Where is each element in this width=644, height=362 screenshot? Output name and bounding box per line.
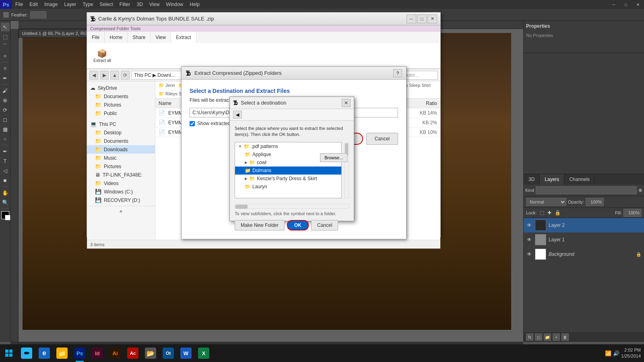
nav-thispc[interactable]: 💻 This PC — [87, 120, 155, 128]
menu-3d[interactable]: 3D — [133, 0, 146, 9]
taskbar-pen[interactable]: ✏ — [18, 344, 35, 362]
tree-kenzie[interactable]: ▶ 📁 Kenzie's Party Dress & Skirt — [235, 175, 341, 183]
taskbar-id[interactable]: Id — [89, 344, 106, 362]
ribbon-tab-home[interactable]: Home — [105, 32, 128, 43]
options-feather-input[interactable] — [30, 11, 46, 19]
layer-1-visibility[interactable]: 👁 — [526, 237, 533, 243]
menu-layer[interactable]: Layer — [61, 0, 79, 9]
layer-filter-icon[interactable]: ⊕ — [638, 187, 642, 193]
nav-docs2[interactable]: 📁 Documents — [87, 137, 155, 145]
tool-zoom[interactable]: 🔍 — [1, 198, 10, 207]
layer-search-input[interactable] — [536, 186, 637, 194]
menu-image[interactable]: Image — [41, 0, 61, 9]
show-extracted-checkbox[interactable] — [190, 121, 195, 126]
h-scrollbar-thumb[interactable] — [235, 205, 248, 209]
tool-brush[interactable]: 🖌 — [1, 86, 10, 95]
dest-back-btn[interactable]: ◀ — [233, 111, 242, 119]
tool-eraser[interactable]: ◻ — [1, 115, 10, 124]
extract-cancel-btn[interactable]: Cancel — [366, 133, 398, 145]
tool-marquee[interactable]: ⬚ — [1, 32, 10, 41]
ribbon-tab-view[interactable]: View — [151, 32, 171, 43]
nav-tp-link[interactable]: 🖥 TP-LINK_FA348E: — [87, 171, 155, 179]
new-group-btn[interactable]: 📁 — [544, 333, 551, 341]
taskbar-excel[interactable]: X — [195, 344, 213, 362]
tool-move[interactable]: ↖ — [1, 23, 10, 31]
nav-recov[interactable]: 💾 RECOVERY (D:) — [87, 196, 155, 204]
nav-skydrive[interactable]: ☁ SkyDrive — [87, 84, 155, 92]
bg-visibility[interactable]: 👁 — [526, 251, 533, 257]
addr-forward[interactable]: ▶ — [100, 71, 109, 80]
tool-path[interactable]: ◁ — [1, 166, 10, 175]
tool-pen[interactable]: ✒ — [1, 147, 10, 156]
addr-refresh[interactable]: ⟳ — [121, 71, 130, 80]
menu-view[interactable]: View — [146, 0, 163, 9]
taskbar-start[interactable] — [0, 344, 18, 362]
explorer-minimize[interactable]: ─ — [407, 14, 416, 23]
lock-pixels-icon[interactable]: ⬚ — [540, 210, 544, 216]
tool-shape[interactable]: ■ — [1, 176, 10, 185]
dest-close-btn[interactable]: ✕ — [342, 99, 351, 107]
ribbon-tab-share[interactable]: Share — [128, 32, 151, 43]
tool-lasso[interactable]: ⌒ — [1, 42, 10, 51]
nav-public[interactable]: 📁 Public — [87, 109, 155, 117]
lock-all-icon[interactable]: 🔒 — [555, 210, 561, 216]
add-style-btn[interactable]: fx — [526, 333, 533, 341]
tool-gradient[interactable]: ▦ — [1, 125, 10, 134]
tool-text[interactable]: T — [1, 156, 10, 165]
nav-pictures[interactable]: 📁 Pictures — [87, 101, 155, 109]
menu-window[interactable]: Window — [163, 0, 187, 9]
tool-history[interactable]: ⟳ — [1, 105, 10, 114]
blend-mode-select[interactable]: Normal — [526, 198, 566, 206]
taskbar-outlook[interactable]: Ot — [159, 344, 177, 362]
tool-dodge[interactable]: ○ — [1, 134, 10, 143]
layer-item-bg[interactable]: 👁 Background 🔒 — [524, 247, 644, 261]
tab-channels[interactable]: Channels — [564, 174, 595, 185]
nav-desktop[interactable]: 📁 Desktop — [87, 128, 155, 137]
taskbar-ac[interactable]: Ac — [124, 344, 142, 362]
add-mask-btn[interactable]: ◻ — [535, 333, 542, 341]
ps-maximize[interactable]: □ — [620, 0, 632, 9]
nav-pics2[interactable]: 📁 Pictures — [87, 162, 155, 171]
foreground-color[interactable] — [1, 211, 9, 219]
nav-videos[interactable]: 📁 Videos — [87, 179, 155, 187]
nav-collapse[interactable]: ▲ — [87, 208, 155, 214]
make-new-folder-btn[interactable]: Make New Folder — [235, 220, 285, 230]
lock-position-icon[interactable]: ✚ — [547, 210, 551, 216]
menu-filter[interactable]: Filter — [116, 0, 134, 9]
browse-btn[interactable]: Browse... — [320, 153, 347, 162]
menu-type[interactable]: Type — [79, 0, 96, 9]
ribbon-tab-file[interactable]: File — [87, 32, 105, 43]
fill-input[interactable] — [623, 209, 642, 217]
taskbar-word[interactable]: W — [177, 344, 195, 362]
ps-close[interactable]: ✕ — [632, 0, 644, 9]
explorer-maximize[interactable]: □ — [417, 14, 427, 23]
delete-layer-btn[interactable]: 🗑 — [561, 333, 569, 341]
nav-music[interactable]: 📁 Music — [87, 154, 155, 162]
layer-item-1[interactable]: 👁 Layer 1 — [524, 232, 644, 247]
taskbar-folder2[interactable]: 📂 — [142, 344, 159, 362]
nav-downloads[interactable]: 📁 Downloads — [87, 145, 155, 154]
ps-minimize[interactable]: ─ — [608, 0, 620, 9]
tab-layers[interactable]: Layers — [540, 174, 564, 185]
taskbar-ai[interactable]: Ai — [106, 344, 124, 362]
tool-wand[interactable]: ✧ — [1, 51, 10, 60]
tool-hand[interactable]: ✋ — [1, 188, 10, 197]
new-layer-btn[interactable]: + — [553, 333, 560, 341]
opacity-input[interactable] — [586, 198, 604, 206]
tool-crop[interactable]: ⌗ — [1, 64, 10, 73]
tool-eyedropper[interactable]: ✒ — [1, 74, 10, 82]
tool-stamp[interactable]: ⊕ — [1, 96, 10, 105]
explorer-close[interactable]: ✕ — [427, 14, 437, 23]
ok-btn[interactable]: OK — [287, 220, 309, 230]
layer-item-2[interactable]: 👁 Layer 2 — [524, 218, 644, 232]
tree-pdf-patterns[interactable]: ▼ 📁 .pdf patterns — [235, 142, 341, 150]
menu-edit[interactable]: Edit — [26, 0, 41, 9]
tree-lauryn[interactable]: 📁 Lauryn — [235, 183, 341, 191]
file-jenn[interactable]: 📁 Jenn — [159, 83, 175, 88]
nav-documents[interactable]: 📁 Documents — [87, 92, 155, 101]
addr-up[interactable]: ▲ — [110, 71, 119, 80]
layer-2-visibility[interactable]: 👁 — [526, 222, 533, 228]
ribbon-tab-extract[interactable]: Extract — [171, 32, 196, 43]
tab-3d[interactable]: 3D — [524, 174, 540, 185]
extract-help-btn[interactable]: ? — [393, 69, 402, 77]
